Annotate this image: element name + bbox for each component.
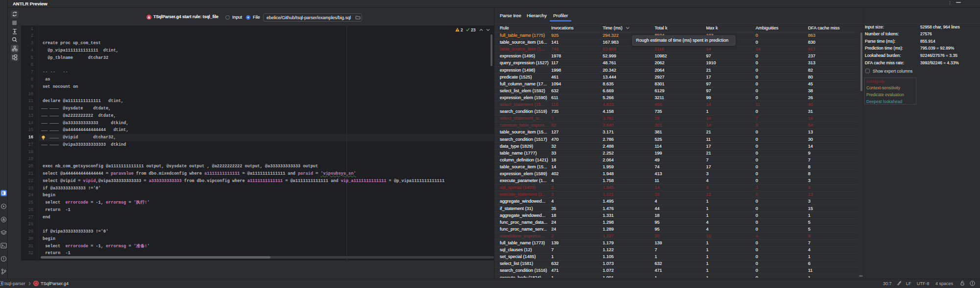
svg-text:A: A: [2, 217, 5, 222]
svg-text:A: A: [35, 282, 37, 285]
svg-text:A: A: [147, 16, 150, 19]
